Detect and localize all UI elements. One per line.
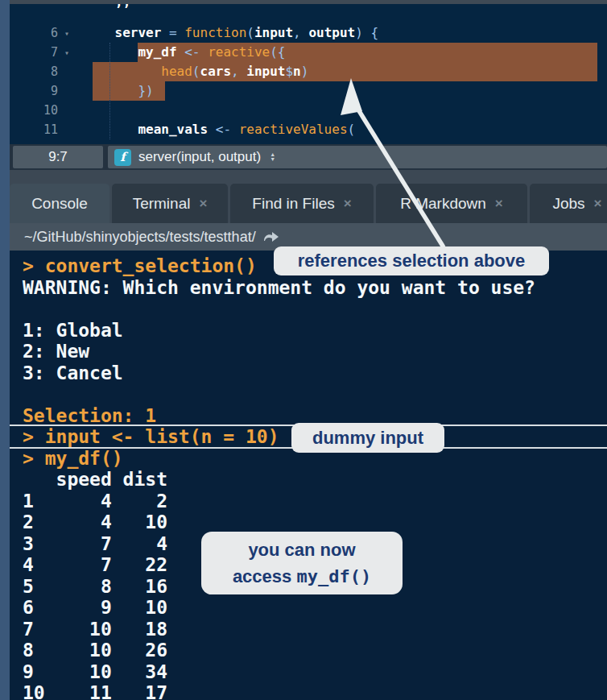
callout-access-line1: you can now <box>248 536 355 563</box>
line-number: 7 <box>10 43 58 62</box>
tab-find-in-files[interactable]: Find in Files× <box>230 184 374 223</box>
close-icon[interactable]: × <box>594 196 602 212</box>
code-text: server = function(input, output) { <box>84 23 607 43</box>
editor-line-6[interactable]: 6▾server = function(input, output) { <box>10 23 607 43</box>
console-output-line: 2: New <box>23 341 607 362</box>
console-output-line: 3: Cancel <box>23 362 607 384</box>
tab-terminal[interactable]: Terminal× <box>112 184 228 223</box>
console-output[interactable]: > convert_selection()WARNING: Which envi… <box>10 251 607 700</box>
scope-nav-arrows-icon[interactable]: ▲▼ <box>270 152 275 162</box>
fold-icon[interactable]: ▾ <box>64 24 84 43</box>
tab-label: Jobs <box>552 195 584 213</box>
line-number: 11 <box>10 120 58 139</box>
console-output-line: 2 4 10 <box>23 512 607 533</box>
console-tab-bar: ConsoleTerminal×Find in Files×R Markdown… <box>10 184 607 223</box>
close-icon[interactable]: × <box>344 196 352 212</box>
console-output-line: 7 10 18 <box>23 619 607 640</box>
callout-code-mydf: my_df() <box>296 566 371 586</box>
tab-label: Terminal <box>133 195 191 213</box>
console-output-line: 1 4 2 <box>23 491 607 512</box>
editor-status-bar: 9:7 f server(input, output) ▲▼ <box>10 144 607 170</box>
tab-label: R Markdown <box>400 195 486 213</box>
indent-guide <box>109 43 110 139</box>
line-number: 6 <box>10 23 58 43</box>
editor-line-10[interactable]: 10 <box>10 101 607 120</box>
callout-access-line2: access my_df() <box>233 563 371 590</box>
scope-selector[interactable]: f server(input, output) ▲▼ <box>108 146 607 168</box>
editor-line-8[interactable]: 8head(cars, input$n) <box>10 62 607 81</box>
console-output-line: speed dist <box>23 469 607 491</box>
rstudio-window: ,, 6▾server = function(input, output) {7… <box>0 0 607 700</box>
editor-line-9[interactable]: 9}) <box>10 81 607 101</box>
console-output-line <box>23 298 607 320</box>
console-output-line: 9 10 34 <box>23 661 607 683</box>
cursor-position: 9:7 <box>13 146 103 168</box>
callout-access-mydf: you can now access my_df() <box>201 532 403 594</box>
working-directory-path: ~/GitHub/shinyobjects/tests/testthat/ <box>24 229 256 246</box>
console-output-line <box>23 383 607 405</box>
console-output-line: WARNING: Which environment do you want t… <box>23 277 607 299</box>
tab-label: Find in Files <box>252 195 334 213</box>
function-icon: f <box>114 149 131 166</box>
tab-r-markdown[interactable]: R Markdown× <box>376 184 527 223</box>
console-output-line: 8 10 26 <box>23 640 607 661</box>
fold-icon[interactable]: ▾ <box>64 43 84 63</box>
editor-line-7[interactable]: 7▾my_df <- reactive({ <box>10 43 607 62</box>
line-number: 9 <box>10 81 58 101</box>
code-text: head(cars, input$n) <box>84 62 607 81</box>
tab-label: Console <box>31 195 88 213</box>
code-text: }) <box>84 81 607 101</box>
close-icon[interactable]: × <box>495 196 503 212</box>
callout-dummy-input: dummy input <box>291 423 444 453</box>
code-text: my_df <- reactive({ <box>84 43 607 62</box>
scope-label: server(input, output) <box>138 149 261 165</box>
console-output-line: 1: Global <box>23 320 607 342</box>
console-output-line: 6 9 10 <box>23 597 607 619</box>
console-output-line: 10 11 17 <box>23 682 607 700</box>
code-text: mean_vals <- reactiveValues( <box>84 120 607 139</box>
tab-console[interactable]: Console <box>10 184 109 223</box>
line-number: 8 <box>10 62 58 81</box>
source-editor[interactable]: ,, 6▾server = function(input, output) {7… <box>10 4 607 144</box>
callout-references-selection: references selection above <box>274 246 549 275</box>
tab-jobs[interactable]: Jobs× <box>530 184 607 223</box>
close-icon[interactable]: × <box>199 196 207 212</box>
goto-directory-icon[interactable] <box>262 230 280 243</box>
line-number: 10 <box>10 101 58 120</box>
editor-line-11[interactable]: 11mean_vals <- reactiveValues( <box>10 120 607 139</box>
window-left-edge <box>0 0 10 700</box>
clipped-code-fragment: ,, <box>115 4 130 10</box>
